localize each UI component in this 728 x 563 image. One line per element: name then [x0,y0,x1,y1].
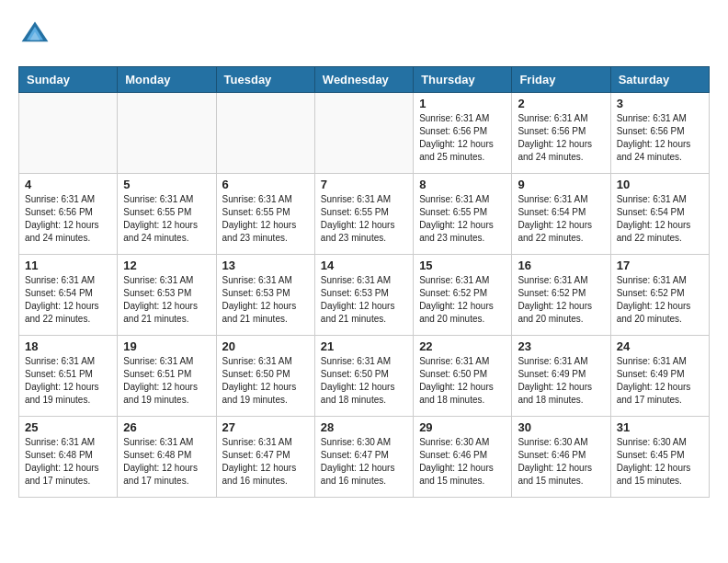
calendar-cell: 2Sunrise: 6:31 AM Sunset: 6:56 PM Daylig… [512,93,610,174]
weekday-header-friday: Friday [512,67,610,93]
calendar-header-row: SundayMondayTuesdayWednesdayThursdayFrid… [19,67,710,93]
calendar-cell: 12Sunrise: 6:31 AM Sunset: 6:53 PM Dayli… [118,255,216,336]
calendar-cell [19,93,118,174]
calendar-cell: 25Sunrise: 6:31 AM Sunset: 6:48 PM Dayli… [19,417,118,498]
day-number: 12 [123,259,210,272]
day-number: 1 [419,97,506,110]
calendar-cell: 21Sunrise: 6:31 AM Sunset: 6:50 PM Dayli… [314,336,413,417]
calendar-cell: 30Sunrise: 6:30 AM Sunset: 6:46 PM Dayli… [512,417,610,498]
day-info: Sunrise: 6:31 AM Sunset: 6:51 PM Dayligh… [123,355,210,407]
weekday-header-monday: Monday [118,67,216,93]
calendar-week-2: 4Sunrise: 6:31 AM Sunset: 6:56 PM Daylig… [19,174,710,255]
calendar-week-1: 1Sunrise: 6:31 AM Sunset: 6:56 PM Daylig… [19,93,710,174]
calendar-cell: 24Sunrise: 6:31 AM Sunset: 6:49 PM Dayli… [610,336,709,417]
weekday-header-sunday: Sunday [19,67,118,93]
day-info: Sunrise: 6:31 AM Sunset: 6:52 PM Dayligh… [518,274,604,326]
day-info: Sunrise: 6:31 AM Sunset: 6:48 PM Dayligh… [25,436,111,488]
day-info: Sunrise: 6:31 AM Sunset: 6:49 PM Dayligh… [617,355,703,407]
day-info: Sunrise: 6:31 AM Sunset: 6:52 PM Dayligh… [419,274,506,326]
weekday-header-saturday: Saturday [610,67,709,93]
day-number: 7 [321,178,407,191]
day-info: Sunrise: 6:31 AM Sunset: 6:50 PM Dayligh… [419,355,506,407]
day-number: 16 [518,259,604,272]
day-number: 15 [419,259,506,272]
day-number: 8 [419,178,506,191]
day-info: Sunrise: 6:31 AM Sunset: 6:51 PM Dayligh… [25,355,111,407]
day-number: 5 [123,178,210,191]
calendar-cell [118,93,216,174]
calendar-week-4: 18Sunrise: 6:31 AM Sunset: 6:51 PM Dayli… [19,336,710,417]
day-number: 14 [321,259,407,272]
day-number: 13 [222,259,309,272]
day-info: Sunrise: 6:31 AM Sunset: 6:50 PM Dayligh… [321,355,407,407]
day-info: Sunrise: 6:31 AM Sunset: 6:55 PM Dayligh… [321,193,407,245]
day-info: Sunrise: 6:31 AM Sunset: 6:56 PM Dayligh… [617,112,703,164]
day-info: Sunrise: 6:31 AM Sunset: 6:48 PM Dayligh… [123,436,210,488]
day-number: 9 [518,178,604,191]
calendar-cell: 3Sunrise: 6:31 AM Sunset: 6:56 PM Daylig… [610,93,709,174]
day-number: 2 [518,97,604,110]
calendar-cell: 14Sunrise: 6:31 AM Sunset: 6:53 PM Dayli… [314,255,413,336]
day-info: Sunrise: 6:30 AM Sunset: 6:47 PM Dayligh… [321,436,407,488]
day-number: 21 [321,339,407,353]
day-number: 6 [222,178,309,191]
logo-icon [18,18,51,52]
calendar-cell: 26Sunrise: 6:31 AM Sunset: 6:48 PM Dayli… [118,417,216,498]
day-info: Sunrise: 6:31 AM Sunset: 6:55 PM Dayligh… [222,193,309,245]
day-info: Sunrise: 6:30 AM Sunset: 6:46 PM Dayligh… [419,436,506,488]
calendar-cell: 28Sunrise: 6:30 AM Sunset: 6:47 PM Dayli… [314,417,413,498]
calendar-cell: 29Sunrise: 6:30 AM Sunset: 6:46 PM Dayli… [414,417,512,498]
calendar-cell: 18Sunrise: 6:31 AM Sunset: 6:51 PM Dayli… [19,336,118,417]
page-header [18,18,710,52]
calendar-cell: 15Sunrise: 6:31 AM Sunset: 6:52 PM Dayli… [414,255,512,336]
calendar-cell: 9Sunrise: 6:31 AM Sunset: 6:54 PM Daylig… [512,174,610,255]
day-number: 25 [25,420,111,434]
calendar-cell: 19Sunrise: 6:31 AM Sunset: 6:51 PM Dayli… [118,336,216,417]
day-number: 18 [25,339,111,353]
calendar-cell: 13Sunrise: 6:31 AM Sunset: 6:53 PM Dayli… [216,255,314,336]
calendar-cell: 11Sunrise: 6:31 AM Sunset: 6:54 PM Dayli… [19,255,118,336]
day-info: Sunrise: 6:30 AM Sunset: 6:45 PM Dayligh… [617,436,703,488]
day-info: Sunrise: 6:31 AM Sunset: 6:55 PM Dayligh… [419,193,506,245]
day-number: 22 [419,339,506,353]
calendar-cell: 17Sunrise: 6:31 AM Sunset: 6:52 PM Dayli… [610,255,709,336]
weekday-header-tuesday: Tuesday [216,67,314,93]
day-info: Sunrise: 6:31 AM Sunset: 6:49 PM Dayligh… [518,355,604,407]
day-number: 11 [25,259,111,272]
day-number: 4 [25,178,111,191]
calendar-cell: 10Sunrise: 6:31 AM Sunset: 6:54 PM Dayli… [610,174,709,255]
day-number: 27 [222,420,309,434]
calendar-week-3: 11Sunrise: 6:31 AM Sunset: 6:54 PM Dayli… [19,255,710,336]
day-info: Sunrise: 6:31 AM Sunset: 6:47 PM Dayligh… [222,436,309,488]
calendar-cell: 6Sunrise: 6:31 AM Sunset: 6:55 PM Daylig… [216,174,314,255]
day-info: Sunrise: 6:31 AM Sunset: 6:55 PM Dayligh… [123,193,210,245]
calendar-cell [216,93,314,174]
day-info: Sunrise: 6:30 AM Sunset: 6:46 PM Dayligh… [518,436,604,488]
day-number: 28 [321,420,407,434]
day-number: 31 [617,420,703,434]
day-info: Sunrise: 6:31 AM Sunset: 6:53 PM Dayligh… [222,274,309,326]
calendar-cell: 27Sunrise: 6:31 AM Sunset: 6:47 PM Dayli… [216,417,314,498]
calendar-cell: 20Sunrise: 6:31 AM Sunset: 6:50 PM Dayli… [216,336,314,417]
day-info: Sunrise: 6:31 AM Sunset: 6:56 PM Dayligh… [518,112,604,164]
day-info: Sunrise: 6:31 AM Sunset: 6:50 PM Dayligh… [222,355,309,407]
day-info: Sunrise: 6:31 AM Sunset: 6:56 PM Dayligh… [419,112,506,164]
day-number: 20 [222,339,309,353]
day-info: Sunrise: 6:31 AM Sunset: 6:53 PM Dayligh… [123,274,210,326]
day-number: 17 [617,259,703,272]
day-number: 29 [419,420,506,434]
day-number: 23 [518,339,604,353]
day-info: Sunrise: 6:31 AM Sunset: 6:52 PM Dayligh… [617,274,703,326]
calendar-week-5: 25Sunrise: 6:31 AM Sunset: 6:48 PM Dayli… [19,417,710,498]
calendar-cell: 8Sunrise: 6:31 AM Sunset: 6:55 PM Daylig… [414,174,512,255]
day-info: Sunrise: 6:31 AM Sunset: 6:54 PM Dayligh… [518,193,604,245]
day-number: 10 [617,178,703,191]
calendar-cell [314,93,413,174]
logo [18,18,55,52]
day-info: Sunrise: 6:31 AM Sunset: 6:53 PM Dayligh… [321,274,407,326]
day-number: 3 [617,97,703,110]
calendar-cell: 4Sunrise: 6:31 AM Sunset: 6:56 PM Daylig… [19,174,118,255]
calendar-cell: 31Sunrise: 6:30 AM Sunset: 6:45 PM Dayli… [610,417,709,498]
day-number: 30 [518,420,604,434]
weekday-header-thursday: Thursday [414,67,512,93]
